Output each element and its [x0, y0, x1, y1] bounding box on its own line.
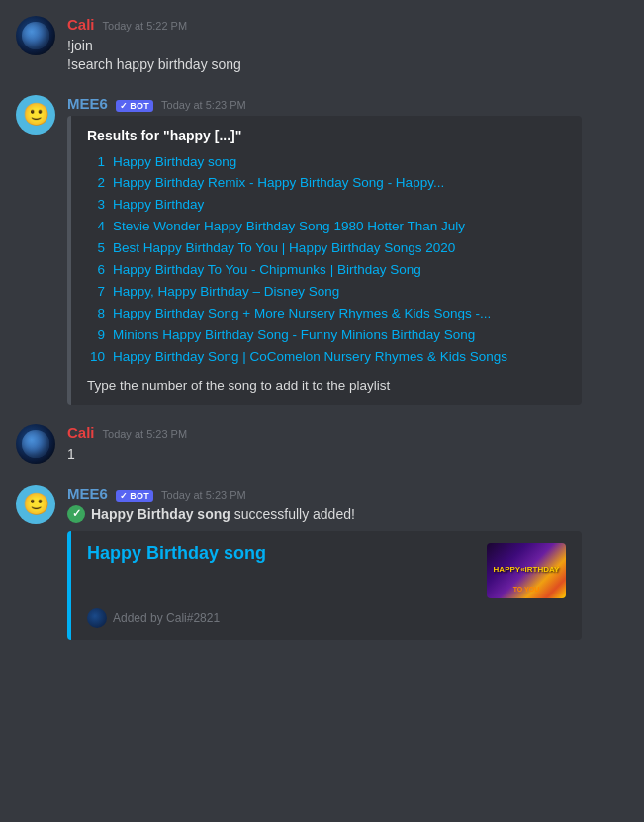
result-number: 10 — [87, 348, 105, 367]
results-list: 1 Happy Birthday song 2 Happy Birthday R… — [87, 153, 566, 367]
result-number: 8 — [87, 305, 105, 323]
username: MEE6 — [67, 95, 108, 112]
list-item: 9 Minions Happy Birthday Song - Funny Mi… — [87, 326, 566, 345]
bot-check-icon: ✓ — [120, 491, 128, 501]
list-item: 5 Best Happy Birthday To You | Happy Bir… — [87, 239, 566, 258]
result-number: 4 — [87, 218, 105, 236]
mee6-face-icon: 🙂 — [23, 102, 49, 128]
song-embed: Happy Birthday song Added by Cali#2821 — [67, 531, 582, 640]
bot-badge: ✓ BOT — [116, 100, 153, 112]
timestamp: Today at 5:23 PM — [103, 428, 188, 440]
message-line: !search happy birthday song — [67, 55, 628, 74]
result-link[interactable]: Happy Birthday — [113, 196, 204, 215]
result-link[interactable]: Happy, Happy Birthday – Disney Song — [113, 283, 339, 302]
result-number: 1 — [87, 153, 105, 172]
success-text: Happy Birthday song successfully added! — [91, 506, 355, 522]
list-item: 7 Happy, Happy Birthday – Disney Song — [87, 283, 566, 302]
message-line: !join — [67, 37, 628, 55]
result-link[interactable]: Happy Birthday To You - Chipmunks | Birt… — [113, 261, 421, 280]
bot-check-icon: ✓ — [120, 101, 128, 111]
timestamp: Today at 5:23 PM — [161, 489, 246, 501]
result-link[interactable]: Happy Birthday Song + More Nursery Rhyme… — [113, 305, 491, 323]
added-by-text: Added by Cali#2821 — [113, 611, 220, 625]
list-item: 3 Happy Birthday — [87, 196, 566, 215]
message-content: Cali Today at 5:22 PM !join !search happ… — [67, 16, 628, 75]
message-header: Cali Today at 5:22 PM — [67, 16, 628, 33]
success-bold: Happy Birthday song — [91, 506, 230, 522]
result-link[interactable]: Stevie Wonder Happy Birthday Song 1980 H… — [113, 218, 465, 236]
message-text: !join !search happy birthday song — [67, 37, 628, 75]
result-number: 9 — [87, 326, 105, 345]
song-embed-body: Happy Birthday song — [87, 543, 566, 598]
added-by-row: Added by Cali#2821 — [87, 608, 566, 628]
search-results-embed: Results for "happy [...]" 1 Happy Birthd… — [67, 116, 582, 406]
message-content: Cali Today at 5:23 PM 1 — [67, 424, 628, 464]
message-text: 1 — [67, 445, 628, 464]
embed-footer: Type the number of the song to add it to… — [87, 378, 566, 393]
list-item: 4 Stevie Wonder Happy Birthday Song 1980… — [87, 218, 566, 236]
username: Cali — [67, 424, 95, 441]
result-link[interactable]: Best Happy Birthday To You | Happy Birth… — [113, 239, 455, 258]
list-item: 2 Happy Birthday Remix - Happy Birthday … — [87, 174, 566, 193]
timestamp: Today at 5:23 PM — [161, 99, 246, 111]
added-by-avatar — [87, 608, 107, 628]
message-content: MEE6 ✓ BOT Today at 5:23 PM Results for … — [67, 95, 628, 406]
username: MEE6 — [67, 485, 108, 502]
message-group-4: 🙂 MEE6 ✓ BOT Today at 5:23 PM Happy Birt… — [0, 469, 644, 644]
message-header: Cali Today at 5:23 PM — [67, 424, 628, 441]
result-number: 5 — [87, 239, 105, 258]
list-item: 6 Happy Birthday To You - Chipmunks | Bi… — [87, 261, 566, 280]
avatar: 🙂 — [16, 485, 55, 524]
avatar: 🙂 — [16, 95, 55, 135]
message-header: MEE6 ✓ BOT Today at 5:23 PM — [67, 95, 628, 112]
avatar — [16, 424, 55, 464]
result-link[interactable]: Minions Happy Birthday Song - Funny Mini… — [113, 326, 475, 345]
message-group-2: 🙂 MEE6 ✓ BOT Today at 5:23 PM Results fo… — [0, 79, 644, 410]
result-number: 3 — [87, 196, 105, 215]
avatar — [16, 16, 55, 55]
result-link[interactable]: Happy Birthday Song | CoComelon Nursery … — [113, 348, 507, 367]
message-content: MEE6 ✓ BOT Today at 5:23 PM Happy Birthd… — [67, 485, 628, 640]
message-group-1: Cali Today at 5:22 PM !join !search happ… — [0, 0, 644, 79]
message-line: 1 — [67, 445, 628, 464]
result-number: 2 — [87, 174, 105, 193]
timestamp: Today at 5:22 PM — [103, 20, 188, 32]
list-item: 1 Happy Birthday song — [87, 153, 566, 172]
embed-title: Results for "happy [...]" — [87, 128, 566, 143]
bot-badge: ✓ BOT — [116, 490, 153, 502]
mee6-face-icon: 🙂 — [23, 492, 49, 517]
song-thumbnail — [487, 543, 566, 598]
result-number: 7 — [87, 283, 105, 302]
list-item: 8 Happy Birthday Song + More Nursery Rhy… — [87, 305, 566, 323]
username: Cali — [67, 16, 95, 33]
success-normal: successfully added! — [230, 506, 355, 522]
list-item: 10 Happy Birthday Song | CoComelon Nurse… — [87, 348, 566, 367]
success-message: Happy Birthday song successfully added! — [67, 505, 628, 523]
success-icon — [67, 505, 85, 523]
song-title: Happy Birthday song — [87, 543, 475, 564]
message-header: MEE6 ✓ BOT Today at 5:23 PM — [67, 485, 628, 502]
result-link[interactable]: Happy Birthday song — [113, 153, 236, 172]
message-group-3: Cali Today at 5:23 PM 1 — [0, 409, 644, 468]
result-link[interactable]: Happy Birthday Remix - Happy Birthday So… — [113, 174, 444, 193]
result-number: 6 — [87, 261, 105, 280]
